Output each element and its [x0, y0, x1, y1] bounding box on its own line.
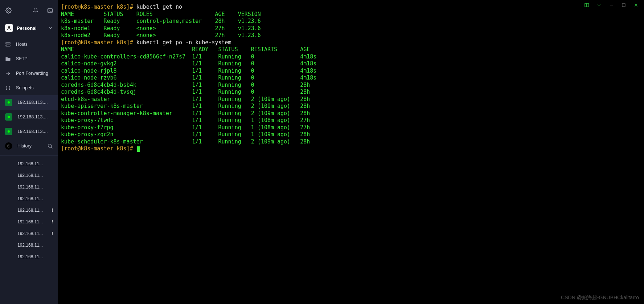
history-item[interactable]: 192.168.11...! [0, 228, 58, 239]
split-icon[interactable] [582, 1, 591, 9]
session-label: 192.168.113.... [17, 129, 48, 134]
sidebar-session[interactable]: 192.168.113.... [0, 124, 58, 139]
terminal-output: [root@k8s-master k8s]# kubectl get no NA… [61, 2, 641, 153]
watermark: CSDN @鲍海超-GNUBHCkalitarro [561, 295, 639, 301]
nav-label: Port Forwarding [16, 71, 48, 76]
gear-icon[interactable] [5, 7, 12, 14]
arrow-right-icon [5, 70, 11, 76]
history-item[interactable]: 192.168.11... [0, 251, 58, 263]
warning-icon: ! [52, 231, 53, 236]
svg-point-9 [8, 130, 10, 133]
status-dot-icon [5, 113, 12, 121]
svg-rect-12 [585, 3, 587, 7]
svg-point-2 [8, 26, 10, 28]
terminal-icon[interactable] [47, 8, 53, 13]
nav-history[interactable]: History [0, 139, 58, 153]
nav-list: Hosts SFTP Port Forwarding Snippets 192.… [0, 35, 58, 263]
svg-rect-1 [48, 9, 52, 13]
sidebar: Personal Hosts SFTP Port Forwarding Snip… [0, 0, 58, 304]
svg-rect-15 [622, 4, 625, 7]
warning-icon: ! [52, 219, 53, 224]
braces-icon [5, 85, 11, 91]
nav-label: Snippets [16, 85, 34, 90]
history-item[interactable]: 192.168.11...! [0, 216, 58, 228]
search-icon[interactable] [47, 143, 53, 149]
avatar [5, 24, 13, 32]
history-item[interactable]: 192.168.11... [0, 158, 58, 170]
sidebar-session-active[interactable]: 192.168.113.... [0, 95, 58, 110]
account-label: Personal [17, 25, 44, 31]
nav-hosts[interactable]: Hosts [0, 37, 58, 52]
terminal-pane[interactable]: [root@k8s-master k8s]# kubectl get no NA… [58, 0, 644, 304]
svg-rect-3 [6, 42, 10, 44]
session-label: 192.168.113.... [17, 114, 48, 119]
history-item[interactable]: 192.168.11...! [0, 204, 58, 216]
server-icon [5, 41, 11, 47]
history-item[interactable]: 192.168.11... [0, 170, 58, 181]
svg-point-8 [8, 116, 10, 118]
nav-label: SFTP [16, 56, 28, 61]
status-dot-icon [5, 128, 12, 135]
nav-label: Hosts [16, 42, 28, 47]
history-list: 192.168.11...192.168.11...192.168.11...1… [0, 158, 58, 263]
warning-icon: ! [52, 208, 53, 213]
clock-icon [5, 142, 12, 150]
chevron-down-icon[interactable] [595, 1, 603, 9]
maximize-icon[interactable] [619, 1, 628, 9]
history-item[interactable]: 192.168.11... [0, 181, 58, 193]
status-dot-icon [5, 99, 12, 106]
account-selector[interactable]: Personal [0, 21, 58, 35]
svg-point-0 [8, 10, 9, 12]
bell-icon[interactable] [33, 8, 38, 13]
nav-snippets[interactable]: Snippets [0, 81, 58, 95]
svg-point-5 [7, 43, 7, 43]
nav-port-forwarding[interactable]: Port Forwarding [0, 66, 58, 81]
close-icon[interactable] [632, 1, 640, 9]
window-controls [579, 0, 644, 10]
nav-sftp[interactable]: SFTP [0, 52, 58, 66]
svg-rect-13 [587, 3, 589, 7]
session-label: 192.168.113.... [17, 100, 48, 105]
svg-point-7 [8, 101, 10, 104]
minimize-icon[interactable] [607, 1, 616, 9]
folder-icon [5, 56, 11, 62]
history-item[interactable]: 192.168.11... [0, 193, 58, 204]
svg-rect-4 [6, 45, 10, 46]
chevron-down-icon [48, 25, 53, 31]
divider [0, 155, 58, 156]
history-item[interactable]: 192.168.11... [0, 239, 58, 251]
sidebar-toolbar [0, 0, 58, 21]
sidebar-session[interactable]: 192.168.113.... [0, 110, 58, 124]
svg-point-6 [7, 45, 7, 46]
nav-label: History [17, 143, 32, 149]
